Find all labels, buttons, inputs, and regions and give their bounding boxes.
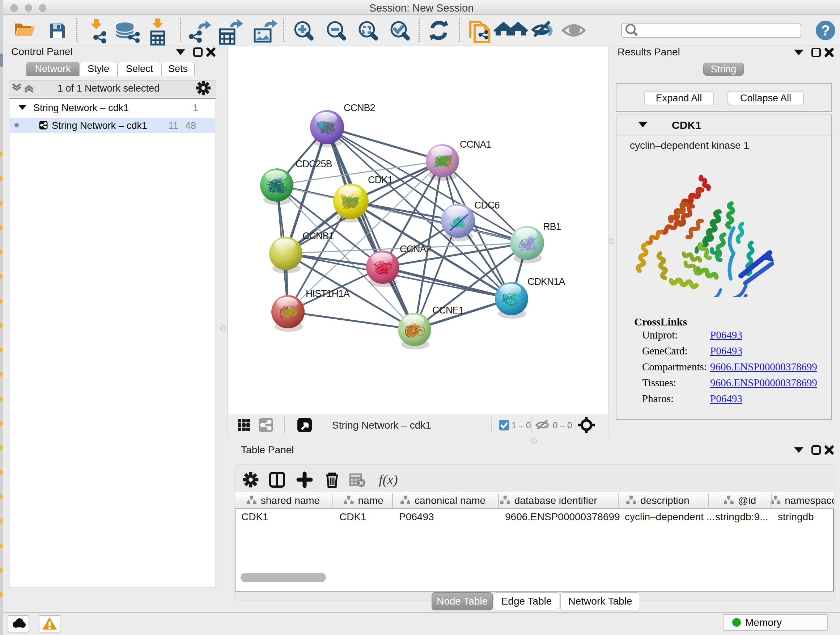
svg-text:@id: @id [738, 495, 756, 506]
svg-text:CDK1: CDK1 [241, 511, 268, 523]
svg-text:?: ? [821, 22, 830, 38]
svg-text:CDC6: CDC6 [474, 200, 500, 211]
svg-text:stringdb: stringdb [778, 511, 814, 523]
svg-text:shared name: shared name [261, 495, 320, 506]
svg-text:CCNB2: CCNB2 [344, 103, 375, 113]
svg-text:P06493: P06493 [399, 511, 434, 523]
svg-text:database identifier: database identifier [515, 495, 597, 506]
svg-text:CDC25B: CDC25B [295, 158, 332, 169]
svg-text:HIST1H1A: HIST1H1A [306, 288, 350, 299]
svg-text:CCNA1: CCNA1 [460, 139, 491, 150]
svg-text:Results Panel: Results Panel [617, 46, 680, 57]
svg-text:stringdb:9...: stringdb:9... [715, 511, 768, 523]
svg-text:CDK1: CDK1 [672, 119, 701, 131]
svg-text:48: 48 [185, 120, 196, 131]
svg-text:0 – 0: 0 – 0 [553, 420, 572, 430]
svg-text:CCNA2: CCNA2 [400, 244, 431, 255]
svg-text:1: 1 [193, 103, 198, 113]
svg-text:CDK1: CDK1 [339, 511, 366, 523]
svg-text:CDK1: CDK1 [368, 174, 393, 185]
svg-text:canonical name: canonical name [415, 495, 485, 506]
svg-text:Memory: Memory [745, 617, 782, 628]
svg-text:RB1: RB1 [543, 221, 561, 232]
svg-text:Control Panel: Control Panel [11, 46, 73, 57]
svg-text:String Network – cdk1: String Network – cdk1 [33, 103, 129, 113]
svg-text:CDKN1A: CDKN1A [527, 276, 565, 287]
svg-text:String Network – cdk1: String Network – cdk1 [332, 420, 431, 431]
svg-text:cyclin–dependent ...: cyclin–dependent ... [625, 511, 715, 523]
svg-text:CCNE1: CCNE1 [432, 305, 464, 316]
svg-text:CCNB1: CCNB1 [302, 231, 334, 241]
svg-text:String Network – cdk1: String Network – cdk1 [52, 120, 147, 131]
svg-text:11: 11 [168, 120, 178, 131]
svg-text:1 – 0: 1 – 0 [512, 420, 531, 430]
svg-text:name: name [358, 495, 384, 506]
svg-text:description: description [640, 495, 689, 506]
svg-text:f(x): f(x) [379, 472, 398, 488]
svg-text:Table Panel: Table Panel [241, 444, 294, 455]
svg-text:namespace: namespace [785, 495, 834, 506]
svg-text:1 of 1 Network selected: 1 of 1 Network selected [57, 83, 159, 94]
svg-text:9606.ENSP00000378699: 9606.ENSP00000378699 [505, 511, 620, 523]
